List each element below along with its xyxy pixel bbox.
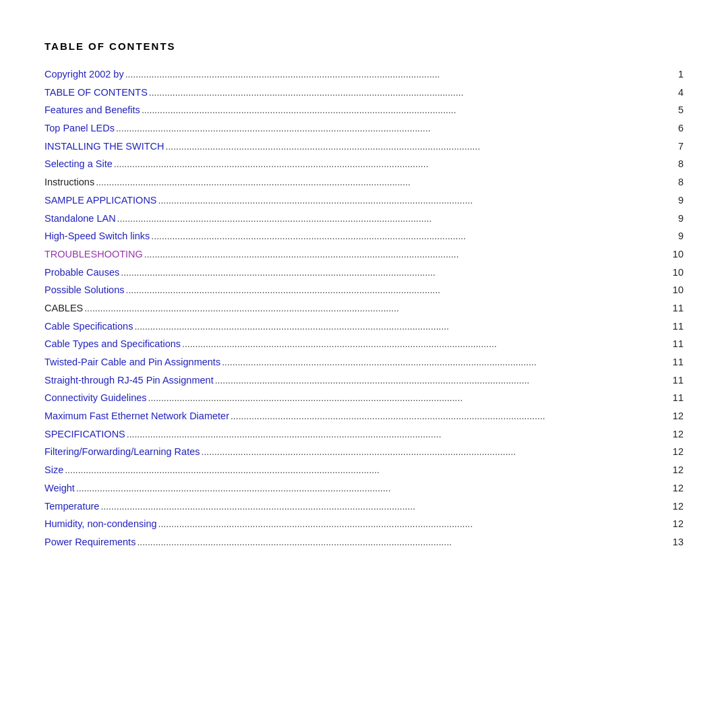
toc-page-number: 10 [670, 265, 684, 280]
toc-item: Straight-through RJ-45 Pin Assignment ..… [44, 373, 684, 388]
toc-link[interactable]: Features and Benefits [44, 102, 140, 117]
toc-dots: ........................................… [114, 157, 669, 172]
toc-page-number: 12 [670, 427, 684, 442]
toc-link[interactable]: Filtering/Forwarding/Learning Rates [44, 444, 200, 459]
toc-dots: ........................................… [149, 86, 669, 100]
toc-dots: ........................................… [126, 283, 669, 298]
toc-item: TROUBLESHOOTING ........................… [44, 247, 684, 262]
toc-page-number: 11 [670, 390, 684, 405]
toc-page-number: 9 [670, 229, 684, 243]
toc-item: TABLE OF CONTENTS ......................… [44, 85, 684, 100]
toc-link[interactable]: Humidity, non-condensing [44, 516, 157, 531]
toc-link[interactable]: Possible Solutions [44, 282, 125, 297]
toc-page-number: 9 [670, 211, 684, 226]
toc-page-number: 12 [670, 499, 684, 514]
toc-link[interactable]: Instructions [44, 175, 94, 189]
toc-link[interactable]: Twisted-Pair Cable and Pin Assignments [44, 355, 220, 369]
toc-item: Weight .................................… [44, 481, 684, 496]
toc-item: Standalone LAN .........................… [44, 211, 684, 226]
toc-dots: ........................................… [125, 67, 669, 82]
toc-link[interactable]: CABLES [44, 301, 83, 315]
toc-page-number: 1 [670, 67, 684, 82]
toc-page-number: 12 [670, 481, 684, 495]
toc-page-number: 7 [670, 139, 684, 154]
toc-link[interactable]: Connectivity Guidelines [44, 390, 147, 405]
toc-item: CABLES .................................… [44, 301, 684, 316]
toc-link[interactable]: Maximum Fast Ethernet Network Diameter [44, 408, 229, 423]
toc-page-number: 11 [670, 355, 684, 369]
toc-link[interactable]: Top Panel LEDs [44, 121, 115, 135]
toc-link[interactable]: High-Speed Switch links [44, 229, 150, 243]
toc-link[interactable]: Size [44, 462, 63, 477]
toc-list: Copyright 2002 by ......................… [44, 67, 684, 550]
toc-page-number: 12 [670, 444, 684, 459]
toc-link[interactable]: Cable Types and Specifications [44, 336, 181, 351]
toc-dots: ........................................… [148, 391, 669, 406]
toc-link[interactable]: SPECIFICATIONS [44, 427, 125, 442]
toc-item: Temperature ............................… [44, 499, 684, 514]
toc-item: Top Panel LEDs .........................… [44, 121, 684, 136]
toc-page-number: 10 [670, 247, 684, 262]
toc-link[interactable]: TABLE OF CONTENTS [44, 85, 148, 100]
toc-page-number: 8 [670, 156, 684, 171]
toc-dots: ........................................… [137, 535, 669, 550]
toc-page-number: 9 [670, 193, 684, 208]
toc-item: SPECIFICATIONS .........................… [44, 427, 684, 442]
toc-page-number: 4 [670, 85, 684, 100]
toc-link[interactable]: Selecting a Site [44, 156, 113, 171]
toc-page-number: 5 [670, 102, 684, 117]
toc-link[interactable]: Cable Specifications [44, 319, 133, 334]
toc-item: Maximum Fast Ethernet Network Diameter .… [44, 408, 684, 424]
toc-item: Cable Specifications ...................… [44, 319, 684, 334]
toc-item: SAMPLE APPLICATIONS ....................… [44, 193, 684, 208]
toc-dots: ........................................… [100, 499, 669, 514]
toc-item: High-Speed Switch links ................… [44, 229, 684, 244]
toc-page-number: 12 [670, 462, 684, 477]
toc-dots: ........................................… [65, 463, 669, 478]
toc-item: Connectivity Guidelines ................… [44, 390, 684, 406]
toc-item: Humidity, non-condensing ...............… [44, 516, 684, 532]
toc-heading: TABLE OF CONTENTS [44, 40, 684, 52]
toc-page-number: 12 [670, 408, 684, 423]
toc-dots: ........................................… [151, 229, 669, 244]
toc-dots: ........................................… [222, 355, 669, 370]
toc-dots: ........................................… [84, 301, 669, 316]
toc-link[interactable]: Copyright 2002 by [44, 67, 124, 82]
toc-item: Size ...................................… [44, 462, 684, 478]
toc-item: Instructions ...........................… [44, 175, 684, 190]
toc-page-number: 6 [670, 121, 684, 135]
toc-dots: ........................................… [231, 409, 669, 424]
toc-link[interactable]: SAMPLE APPLICATIONS [44, 193, 157, 208]
toc-dots: ........................................… [127, 427, 669, 442]
toc-dots: ........................................… [166, 140, 669, 154]
toc-page-number: 13 [670, 535, 684, 549]
toc-item: Probable Causes ........................… [44, 265, 684, 280]
toc-dots: ........................................… [134, 320, 669, 334]
toc-link[interactable]: Probable Causes [44, 265, 119, 280]
toc-page-number: 10 [670, 282, 684, 297]
toc-item: Filtering/Forwarding/Learning Rates ....… [44, 444, 684, 460]
toc-link[interactable]: Power Requirements [44, 535, 135, 549]
toc-link[interactable]: INSTALLING THE SWITCH [44, 139, 164, 154]
toc-link[interactable]: Weight [44, 481, 75, 495]
toc-item: Possible Solutions .....................… [44, 282, 684, 298]
toc-dots: ........................................… [158, 517, 669, 532]
toc-item: Copyright 2002 by ......................… [44, 67, 684, 82]
toc-link[interactable]: Standalone LAN [44, 211, 116, 226]
toc-item: Cable Types and Specifications .........… [44, 336, 684, 352]
toc-link[interactable]: Temperature [44, 499, 99, 514]
toc-dots: ........................................… [202, 445, 669, 460]
toc-page-number: 8 [670, 175, 684, 189]
toc-item: Features and Benefits ..................… [44, 102, 684, 118]
toc-item: INSTALLING THE SWITCH ..................… [44, 139, 684, 154]
toc-dots: ........................................… [121, 266, 669, 280]
toc-link[interactable]: Straight-through RJ-45 Pin Assignment [44, 373, 214, 388]
toc-page-number: 11 [670, 373, 684, 388]
toc-page-number: 11 [670, 301, 684, 315]
toc-dots: ........................................… [117, 212, 669, 226]
page-container: TABLE OF CONTENTS Copyright 2002 by ....… [0, 0, 728, 593]
toc-dots: ........................................… [96, 175, 669, 190]
toc-link[interactable]: TROUBLESHOOTING [44, 247, 143, 262]
toc-item: Twisted-Pair Cable and Pin Assignments .… [44, 355, 684, 370]
toc-dots: ........................................… [215, 373, 669, 388]
